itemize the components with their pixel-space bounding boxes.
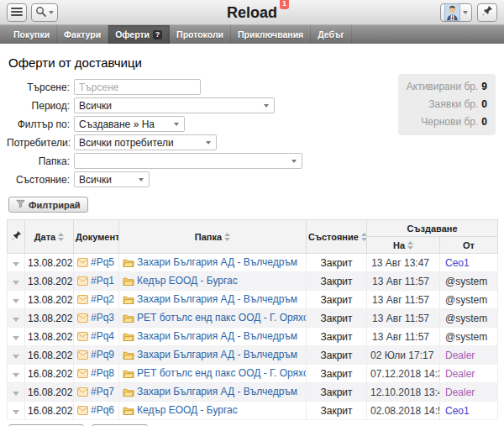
help-icon[interactable]: ? (153, 30, 162, 39)
row-expander-icon[interactable] (13, 373, 19, 377)
folder-link[interactable]: Кедър ЕООД - Бургас (137, 275, 238, 287)
tab-label: Протоколи (176, 29, 223, 39)
folder-link[interactable]: Захари България АД - Вълчедръм (137, 349, 297, 360)
users-select[interactable]: Всички потребители (74, 134, 217, 150)
row-date: 13.08.2021 (28, 294, 74, 306)
row-expander-icon[interactable] (13, 355, 19, 359)
col-header-document[interactable]: Документ (74, 220, 119, 254)
folder-icon (123, 276, 134, 288)
chevron-down-icon (291, 160, 297, 163)
folder-link[interactable]: Захари България АД - Вълчедръм (137, 330, 297, 342)
tab-priklyuchvaniya[interactable]: Приключвания (231, 25, 311, 44)
row-expander-icon[interactable] (13, 410, 19, 414)
content-area: Оферти от доставчици Активирани бр.9 Зая… (0, 44, 504, 426)
state-select[interactable]: Всички (74, 171, 150, 187)
document-link[interactable]: #Pq7 (91, 386, 114, 397)
folder-link[interactable]: Захари България АД - Вълчедръм (137, 386, 297, 397)
col-header-date[interactable]: Дата (25, 220, 74, 254)
document-link[interactable]: #Pq8 (91, 367, 114, 379)
folder-icon (123, 350, 134, 362)
folder-link[interactable]: Захари България АД - Вълчедръм (137, 293, 297, 305)
folder-link[interactable]: РЕТ ботълс енд пакс ООД - Г. Оряховица (137, 367, 307, 379)
row-date: 13.08.2021 (28, 313, 74, 324)
folder-link[interactable]: Кедър ЕООД - Бургас (137, 404, 238, 416)
stat-drafts: Чернови бр.0 (407, 113, 487, 131)
col-header-created-on[interactable]: На (367, 237, 440, 254)
table-row: 16.08.2021 #Pq8 РЕТ ботълс енд пакс ООД … (8, 365, 498, 383)
tab-debug[interactable]: Дебъг (311, 25, 352, 44)
folder-link[interactable]: РЕТ ботълс енд пакс ООД - Г. Оряховица (137, 312, 307, 323)
search-button[interactable] (31, 3, 58, 22)
row-date: 13.08.2021 (28, 257, 74, 269)
users-label: Потребители: (7, 137, 70, 149)
row-date: 16.08.2021 (28, 368, 74, 380)
document-link[interactable]: #Pq4 (91, 330, 114, 342)
funnel-icon (16, 199, 25, 210)
row-date: 16.08.2021 (28, 387, 74, 398)
row-created-on: 07.12.2018 14:36 (370, 368, 440, 380)
created-by-link: @system (445, 331, 487, 343)
chevron-down-icon (264, 104, 269, 108)
user-menu-button[interactable] (440, 3, 472, 22)
tab-protokoli[interactable]: Протоколи (170, 25, 231, 44)
row-expander-icon[interactable] (13, 299, 19, 303)
document-link[interactable]: #Pq3 (91, 312, 114, 323)
created-by-link[interactable]: Dealer (445, 350, 475, 361)
created-by-link: @system (445, 276, 487, 287)
menu-button[interactable] (7, 3, 27, 22)
col-header-state[interactable]: Състояние (307, 220, 367, 254)
hamburger-icon (11, 5, 23, 20)
table-row: 13.08.2021 #Pq3 РЕТ ботълс енд пакс ООД … (8, 309, 498, 328)
tab-oferti[interactable]: Оферти? (108, 25, 170, 44)
column-pin-header[interactable] (8, 220, 25, 254)
filter-button[interactable]: Филтрирай (8, 197, 88, 213)
row-created-on: 02 Юли 17:17 (370, 350, 433, 361)
search-input[interactable] (74, 79, 201, 95)
col-header-created-by[interactable]: От (440, 237, 498, 254)
pin-window-button[interactable] (477, 3, 497, 22)
folder-icon (123, 332, 134, 344)
row-state: Закрит (320, 313, 352, 324)
table-row: 13.08.2021 #Pq2 Захари България АД - Въл… (8, 291, 498, 309)
row-expander-icon[interactable] (13, 318, 19, 322)
row-expander-icon[interactable] (13, 262, 19, 266)
created-by-link[interactable]: Dealer (445, 387, 475, 398)
document-link[interactable]: #Pq9 (91, 349, 114, 360)
row-created-on: 02.08.2018 14:59 (370, 405, 440, 417)
tab-pokupki[interactable]: Покупки (7, 25, 57, 44)
period-label: Период: (7, 100, 70, 112)
created-by-link[interactable]: Dealer (445, 368, 475, 380)
col-header-folder[interactable]: Папка (119, 220, 307, 254)
row-expander-icon[interactable] (13, 392, 19, 396)
created-by-link[interactable]: Ceo1 (445, 257, 470, 269)
document-link[interactable]: #Pq5 (91, 256, 114, 268)
envelope-document-icon (77, 406, 88, 418)
table-row: 16.08.2021 #Pq7 Захари България АД - Въл… (8, 383, 498, 402)
row-state: Закрит (320, 331, 352, 343)
app-title: Reload1 (227, 4, 277, 22)
pushpin-icon (11, 233, 22, 243)
table-row: 13.08.2021 #Pq1 Кедър ЕООД - Бургас Закр… (8, 272, 498, 291)
tab-label: Оферти (115, 29, 150, 39)
row-expander-icon[interactable] (13, 281, 19, 285)
chevron-down-icon (206, 141, 211, 145)
created-by-link[interactable]: Ceo1 (445, 405, 470, 417)
row-created-on: 13 Авг 11:57 (372, 276, 429, 287)
document-link[interactable]: #Pq6 (91, 404, 114, 416)
app-window: Reload1 ПокупкиФактуриОферти?ПротоколиПр… (0, 0, 504, 426)
document-link[interactable]: #Pq1 (91, 275, 114, 287)
filter-by-select[interactable]: Създаване » На (74, 116, 185, 132)
row-expander-icon[interactable] (13, 336, 19, 340)
folder-select[interactable] (74, 153, 302, 169)
folder-link[interactable]: Захари България АД - Вълчедръм (137, 256, 297, 268)
tab-label: Покупки (13, 29, 50, 39)
tab-fakturi[interactable]: Фактури (57, 25, 108, 44)
period-select[interactable]: Всички (74, 97, 275, 113)
row-state: Закрит (320, 257, 352, 269)
table-row: 13.08.2021 #Pq5 Захари България АД - Въл… (8, 254, 498, 272)
document-link[interactable]: #Pq2 (91, 293, 114, 305)
row-created-on: 13 Авг 11:57 (372, 294, 429, 306)
stats-box: Активирани бр.9 Заявки бр.0 Чернови бр.0 (398, 74, 496, 135)
table-row: 13.08.2021 #Pq4 Захари България АД - Въл… (8, 328, 498, 346)
top-bar: Reload1 (0, 0, 504, 25)
